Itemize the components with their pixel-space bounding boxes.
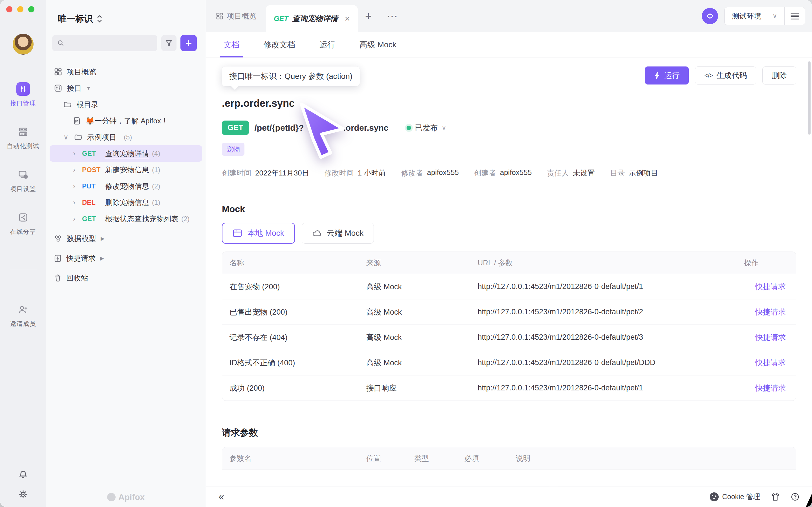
rail-item-online-share[interactable]: 在线分享 xyxy=(10,211,36,236)
item-count: (4) xyxy=(152,150,160,158)
close-tab-icon[interactable]: × xyxy=(345,13,350,24)
request-params-table: 参数名 位置 类型 必填 说明 petId path string 是 xyxy=(222,447,796,486)
rail-divider xyxy=(10,270,37,270)
api-name: 根据状态查找宠物列表 xyxy=(105,214,179,224)
quick-request-link[interactable]: 快捷请求 xyxy=(755,358,786,367)
sidebar-doc-intro[interactable]: 🦊一分钟，了解 Apifox！ xyxy=(46,113,206,129)
user-avatar[interactable] xyxy=(13,34,34,55)
sidebar-item-data-models[interactable]: 数据模型 ▶ xyxy=(46,230,206,247)
sidebar-item-recycle-bin[interactable]: 回收站 xyxy=(46,270,206,286)
grid-icon xyxy=(54,68,62,76)
api-title: .erp.order.sync xyxy=(222,98,796,109)
left-rail: 接口管理 自动化测试 项目设置 xyxy=(0,0,46,507)
table-row[interactable]: 成功 (200) 接口响应 http://127.0.0.1:4523/m1/2… xyxy=(222,375,796,400)
tooltip-text: 接口唯一标识：Query 参数 (action) xyxy=(229,72,352,80)
rail-item-api-management[interactable]: 接口管理 xyxy=(10,82,36,108)
publish-status-select[interactable]: 已发布 ∨ xyxy=(407,123,446,133)
folder-icon xyxy=(74,133,83,142)
trash-icon xyxy=(54,274,62,282)
new-tab-button[interactable]: + xyxy=(358,0,379,32)
code-icon: </> xyxy=(704,71,712,79)
column-header-required: 必填 xyxy=(457,447,508,469)
quick-request-link[interactable]: 快捷请求 xyxy=(755,308,786,316)
sidebar-api-delete-pet[interactable]: › DEL 删除宠物信息 (1) xyxy=(46,194,206,211)
project-title-row[interactable]: 唯一标识 xyxy=(46,13,206,25)
rail-item-project-settings[interactable]: 项目设置 xyxy=(10,168,36,193)
meta-value: 示例项目 xyxy=(629,168,658,178)
mock-table: 名称 来源 URL / 参数 操作 在售宠物 (200) 高级 Mock htt… xyxy=(222,251,796,401)
pet-tag[interactable]: 宠物 xyxy=(222,143,245,156)
tab-get-pet-detail[interactable]: GET 查询宠物详情 × xyxy=(266,5,358,32)
filter-button[interactable] xyxy=(161,35,176,51)
table-row[interactable]: ID格式不正确 (400) 高级 Mock http://127.0.0.1:4… xyxy=(222,350,796,375)
window-controls xyxy=(6,6,35,12)
sidebar-item-project-overview[interactable]: 项目概览 xyxy=(46,64,206,80)
tooltip: 接口唯一标识：Query 参数 (action) xyxy=(222,66,360,86)
local-mock-label: 本地 Mock xyxy=(247,228,284,238)
generate-code-button[interactable]: </> 生成代码 xyxy=(695,66,756,84)
rail-item-label: 在线分享 xyxy=(10,228,36,236)
delete-button[interactable]: 删除 xyxy=(762,66,796,84)
tab-overflow-menu-icon[interactable]: ⋯ xyxy=(379,0,405,32)
quick-request-link[interactable]: 快捷请求 xyxy=(755,384,786,392)
close-window-button[interactable] xyxy=(6,6,12,12)
table-row[interactable]: 已售出宠物 (200) 高级 Mock http://127.0.0.1:452… xyxy=(222,299,796,325)
cookie-manager-button[interactable]: Cookie 管理 xyxy=(710,492,760,501)
item-count: (2) xyxy=(181,215,190,223)
sidebar-folder-example[interactable]: ∨ 示例项目 (5) xyxy=(46,129,206,145)
meta-value: 1 小时前 xyxy=(358,168,386,178)
sidebar-item-label: 快捷请求 xyxy=(66,253,96,263)
sidebar-section-label: 接口 xyxy=(67,83,82,93)
environment-select[interactable]: 测试环境 ∨ xyxy=(725,11,784,21)
sidebar-api-post-create-pet[interactable]: › POST 新建宠物信息 (1) xyxy=(46,162,206,178)
sidebar-section-api[interactable]: 接口 ▼ xyxy=(46,80,206,96)
doc-scroll-area[interactable]: 接口唯一标识：Query 参数 (action) 运行 </> 生成代码 删除 xyxy=(206,57,812,486)
zoom-window-button[interactable] xyxy=(28,6,35,12)
mock-source: 高级 Mock xyxy=(359,350,470,375)
minimize-window-button[interactable] xyxy=(17,6,23,12)
notifications-bell-icon[interactable] xyxy=(18,470,28,480)
param-description: 示例值： 1 宠物 ID xyxy=(508,469,796,486)
sidebar-api-put-update-pet[interactable]: › PUT 修改宠物信息 (2) xyxy=(46,178,206,194)
table-row[interactable]: 记录不存在 (404) 高级 Mock http://127.0.0.1:452… xyxy=(222,325,796,350)
mock-source: 接口响应 xyxy=(359,375,470,400)
table-row[interactable]: 在售宠物 (200) 高级 Mock http://127.0.0.1:4523… xyxy=(222,274,796,299)
api-section-icon xyxy=(54,84,62,93)
cookie-manager-label: Cookie 管理 xyxy=(722,492,760,501)
add-button[interactable]: + xyxy=(181,35,197,51)
vertical-scrollbar[interactable] xyxy=(808,61,811,135)
run-button[interactable]: 运行 xyxy=(645,66,689,84)
quick-request-link[interactable]: 快捷请求 xyxy=(755,333,786,342)
tab-doc[interactable]: 文档 xyxy=(223,32,239,57)
cloud-mock-button[interactable]: 云端 Mock xyxy=(302,223,374,244)
rail-item-label: 接口管理 xyxy=(10,99,36,108)
search-input[interactable] xyxy=(67,39,152,48)
sidebar-api-get-pet-detail[interactable]: › GET 查询宠物详情 (4) xyxy=(50,145,202,162)
rail-item-invite-member[interactable]: 邀请成员 xyxy=(10,303,36,328)
column-header-type: 类型 xyxy=(407,447,457,469)
tab-edit-doc[interactable]: 修改文档 xyxy=(264,32,295,57)
tag-row: 宠物 xyxy=(222,143,796,156)
sidebar-item-quick-request[interactable]: 快捷请求 ▶ xyxy=(46,250,206,267)
rail-item-automated-testing[interactable]: 自动化测试 xyxy=(7,125,39,151)
tab-project-overview[interactable]: 项目概览 xyxy=(206,0,266,32)
sidebar-api-get-pets-by-status[interactable]: › GET 根据状态查找宠物列表 (2) xyxy=(46,211,206,227)
local-mock-button[interactable]: 本地 Mock xyxy=(222,223,295,244)
search-box[interactable] xyxy=(52,35,157,51)
help-icon[interactable] xyxy=(791,492,800,501)
sidebar-folder-root[interactable]: 根目录 xyxy=(46,96,206,113)
sidebar: 唯一标识 + 项目概览 xyxy=(46,0,206,507)
rail-bottom xyxy=(18,470,28,499)
tab-advanced-mock[interactable]: 高级 Mock xyxy=(359,32,396,57)
collapse-sidebar-icon[interactable]: « xyxy=(218,491,224,503)
environment-menu-icon[interactable] xyxy=(784,13,805,20)
sync-button[interactable] xyxy=(702,8,718,24)
environment-group: 测试环境 ∨ xyxy=(724,7,805,25)
settings-gear-icon[interactable] xyxy=(18,490,28,499)
theme-tshirt-icon[interactable] xyxy=(771,492,780,501)
api-path: /pet/{petId}? xyxy=(255,123,304,133)
generate-code-label: 生成代码 xyxy=(716,70,747,80)
tab-run[interactable]: 运行 xyxy=(319,32,335,57)
lightning-icon xyxy=(654,71,660,79)
quick-request-link[interactable]: 快捷请求 xyxy=(755,283,786,291)
